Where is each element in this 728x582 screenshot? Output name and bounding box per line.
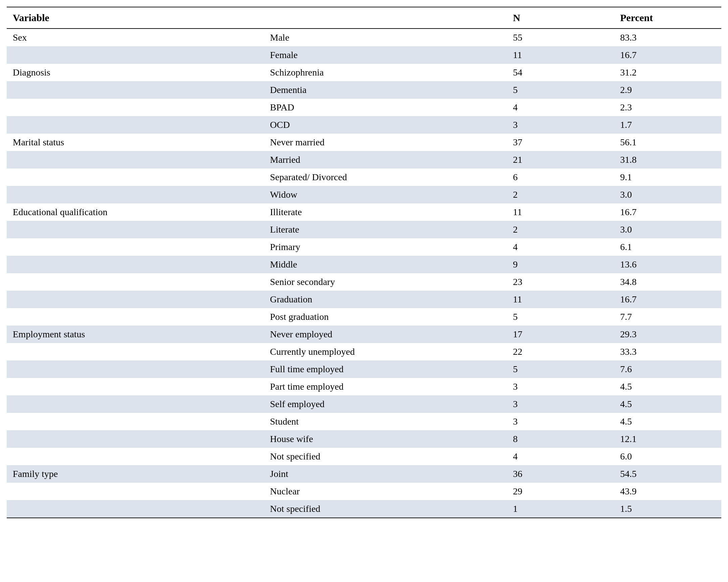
subcategory-cell: Currently unemployed xyxy=(264,343,507,360)
table-row: Family typeJoint3654.5 xyxy=(7,465,721,483)
subcategory-cell: Student xyxy=(264,413,507,430)
variable-cell xyxy=(7,396,264,413)
variable-cell: Family type xyxy=(7,465,264,483)
n-cell: 9 xyxy=(507,256,614,273)
variable-cell: Marital status xyxy=(7,133,264,151)
subcategory-cell: Married xyxy=(264,151,507,169)
n-cell: 11 xyxy=(507,203,614,221)
table-row: Marital statusNever married3756.1 xyxy=(7,133,721,151)
percent-cell: 16.7 xyxy=(614,203,721,221)
variable-cell xyxy=(7,308,264,326)
variable-cell xyxy=(7,99,264,116)
subcategory-cell: Widow xyxy=(264,186,507,203)
variable-cell xyxy=(7,151,264,169)
subcategory-cell: Nuclear xyxy=(264,483,507,500)
n-cell: 4 xyxy=(507,99,614,116)
percent-header: Percent xyxy=(614,7,721,28)
n-cell: 8 xyxy=(507,430,614,448)
n-cell: 3 xyxy=(507,116,614,133)
n-cell: 1 xyxy=(507,500,614,518)
n-cell: 6 xyxy=(507,169,614,186)
subcategory-cell: Never married xyxy=(264,133,507,151)
subcategory-cell: House wife xyxy=(264,430,507,448)
variable-cell xyxy=(7,116,264,133)
variable-cell: Educational qualification xyxy=(7,203,264,221)
variable-cell xyxy=(7,378,264,396)
n-cell: 5 xyxy=(507,308,614,326)
percent-cell: 9.1 xyxy=(614,169,721,186)
subcategory-cell: BPAD xyxy=(264,99,507,116)
table-row: Married2131.8 xyxy=(7,151,721,169)
variable-cell xyxy=(7,186,264,203)
percent-cell: 3.0 xyxy=(614,186,721,203)
subcategory-cell: Illiterate xyxy=(264,203,507,221)
subcategory-cell: OCD xyxy=(264,116,507,133)
table-row: OCD31.7 xyxy=(7,116,721,133)
subcategory-cell: Literate xyxy=(264,221,507,238)
subcategory-cell: Not specified xyxy=(264,500,507,518)
n-cell: 11 xyxy=(507,291,614,308)
table-row: Part time employed34.5 xyxy=(7,378,721,396)
variable-cell: Sex xyxy=(7,28,264,46)
header-row: Variable N Percent xyxy=(7,7,721,28)
variable-cell xyxy=(7,238,264,256)
percent-cell: 16.7 xyxy=(614,46,721,64)
percent-cell: 13.6 xyxy=(614,256,721,273)
variable-cell: Employment status xyxy=(7,326,264,343)
n-cell: 36 xyxy=(507,465,614,483)
n-cell: 55 xyxy=(507,28,614,46)
percent-cell: 56.1 xyxy=(614,133,721,151)
table-row: Not specified46.0 xyxy=(7,448,721,465)
percent-cell: 31.2 xyxy=(614,64,721,81)
table-row: Full time employed57.6 xyxy=(7,360,721,378)
table-row: SexMale5583.3 xyxy=(7,28,721,46)
table-row: Female1116.7 xyxy=(7,46,721,64)
table-row: Employment statusNever employed1729.3 xyxy=(7,326,721,343)
n-cell: 2 xyxy=(507,186,614,203)
percent-cell: 3.0 xyxy=(614,221,721,238)
variable-cell xyxy=(7,256,264,273)
n-cell: 22 xyxy=(507,343,614,360)
table-row: Middle913.6 xyxy=(7,256,721,273)
n-cell: 29 xyxy=(507,483,614,500)
percent-cell: 4.5 xyxy=(614,396,721,413)
percent-cell: 33.3 xyxy=(614,343,721,360)
subcategory-cell: Primary xyxy=(264,238,507,256)
n-cell: 5 xyxy=(507,360,614,378)
subcategory-cell: Full time employed xyxy=(264,360,507,378)
subcategory-cell: Joint xyxy=(264,465,507,483)
subcategory-cell: Not specified xyxy=(264,448,507,465)
percent-cell: 29.3 xyxy=(614,326,721,343)
n-cell: 4 xyxy=(507,448,614,465)
n-cell: 37 xyxy=(507,133,614,151)
variable-cell xyxy=(7,448,264,465)
subcategory-cell: Dementia xyxy=(264,81,507,99)
subcategory-cell: Part time employed xyxy=(264,378,507,396)
subcategory-cell: Self employed xyxy=(264,396,507,413)
data-table: Variable N Percent SexMale5583.3Female11… xyxy=(7,7,721,518)
table-row: Educational qualificationIlliterate1116.… xyxy=(7,203,721,221)
percent-cell: 43.9 xyxy=(614,483,721,500)
n-cell: 21 xyxy=(507,151,614,169)
table-row: Widow23.0 xyxy=(7,186,721,203)
table-row: Post graduation57.7 xyxy=(7,308,721,326)
subcategory-cell: Graduation xyxy=(264,291,507,308)
variable-cell xyxy=(7,413,264,430)
table-row: Graduation1116.7 xyxy=(7,291,721,308)
table-row: Dementia52.9 xyxy=(7,81,721,99)
percent-cell: 2.9 xyxy=(614,81,721,99)
variable-cell xyxy=(7,46,264,64)
n-cell: 2 xyxy=(507,221,614,238)
subcategory-cell: Separated/ Divorced xyxy=(264,169,507,186)
variable-cell xyxy=(7,169,264,186)
table-row: Separated/ Divorced69.1 xyxy=(7,169,721,186)
variable-cell xyxy=(7,500,264,518)
percent-cell: 16.7 xyxy=(614,291,721,308)
variable-cell xyxy=(7,430,264,448)
table-row: Not specified11.5 xyxy=(7,500,721,518)
table-row: Primary46.1 xyxy=(7,238,721,256)
percent-cell: 1.5 xyxy=(614,500,721,518)
table-row: BPAD42.3 xyxy=(7,99,721,116)
n-cell: 17 xyxy=(507,326,614,343)
percent-cell: 4.5 xyxy=(614,413,721,430)
